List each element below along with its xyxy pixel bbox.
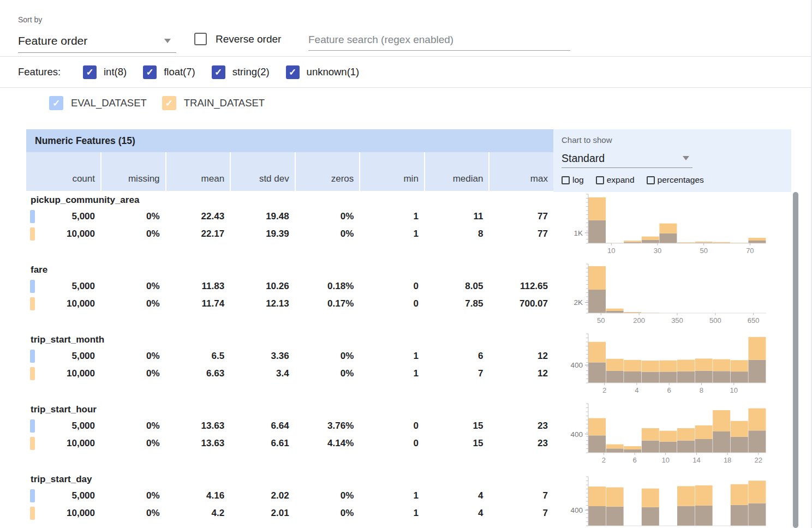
- stat-cell: 7: [488, 487, 553, 505]
- stat-cell: 5,000: [26, 347, 100, 365]
- column-header: count: [26, 152, 100, 191]
- feature-stats-row: 5,0000%11.8310.260.18%08.05112.65: [26, 278, 553, 295]
- feature-block: fare 5,0000%11.8310.260.18%08.05112.65 1…: [26, 262, 553, 313]
- feature-type-filter[interactable]: ✓ string(2): [212, 65, 270, 79]
- chart-option[interactable]: log: [562, 175, 584, 185]
- stat-cell: 3.4: [230, 365, 295, 382]
- stat-cell: 10,000: [26, 505, 100, 522]
- stat-cell: 11.74: [165, 295, 230, 313]
- chart-option[interactable]: expand: [596, 175, 635, 185]
- feature-type-label: string(2): [232, 66, 270, 78]
- dataset-marker: [30, 507, 35, 520]
- sort-by-dropdown[interactable]: Feature order: [18, 29, 176, 53]
- checkbox-checked-icon[interactable]: ✓: [212, 65, 225, 79]
- dataset-legend-item[interactable]: ✓ TRAIN_DATASET: [162, 96, 265, 110]
- feature-histogram: 103050701K: [558, 193, 776, 254]
- svg-text:650: 650: [748, 316, 760, 324]
- numeric-features-table: Numeric Features (15) count missing mean…: [26, 129, 553, 528]
- reverse-order-checkbox[interactable]: [194, 33, 207, 45]
- feature-stats-row: 5,0000%4.162.020%147: [26, 487, 553, 505]
- stat-cell: 112.65: [488, 278, 553, 295]
- stat-cell: 0%: [100, 295, 165, 313]
- stat-cell: 0%: [100, 278, 165, 295]
- stat-cell: 0: [359, 278, 424, 295]
- stat-cell: 0%: [295, 225, 360, 243]
- stat-cell: 5,000: [26, 278, 100, 295]
- svg-text:70: 70: [746, 247, 754, 254]
- table-title: Numeric Features (15): [26, 129, 553, 152]
- chevron-down-icon: [164, 39, 171, 43]
- stat-cell: 4.2: [165, 505, 230, 522]
- feature-list: pickup_community_area 5,0000%22.4319.480…: [26, 191, 553, 522]
- stat-cell: 700.07: [488, 295, 553, 313]
- feature-type-filter[interactable]: ✓ float(7): [143, 65, 195, 79]
- chart-option[interactable]: percentages: [647, 175, 704, 185]
- feature-stats-row: 10,0000%13.636.614.14%01523: [26, 435, 553, 452]
- svg-text:400: 400: [570, 506, 583, 514]
- stat-cell: 1: [359, 365, 424, 382]
- svg-text:6: 6: [632, 456, 636, 464]
- stat-cell: 0%: [100, 487, 165, 505]
- feature-histogram: 246810400: [558, 333, 776, 394]
- checkbox-checked-icon[interactable]: ✓: [286, 65, 300, 79]
- stat-cell: 10.26: [230, 278, 295, 295]
- feature-stats-row: 10,0000%11.7412.130.17%07.85700.07: [26, 295, 553, 313]
- svg-text:500: 500: [709, 316, 721, 324]
- feature-type-filter[interactable]: ✓ int(8): [83, 65, 127, 79]
- stat-cell: 12: [488, 365, 553, 382]
- column-header: zeros: [296, 152, 360, 191]
- column-header: min: [360, 152, 424, 191]
- svg-text:18: 18: [724, 456, 731, 464]
- sort-by-value: Feature order: [18, 34, 87, 47]
- stat-cell: 10,000: [26, 295, 100, 313]
- feature-histogram: 2610141822400: [558, 403, 776, 464]
- dataset-marker: [30, 210, 35, 223]
- chart-option-label: expand: [607, 175, 635, 185]
- feature-histogram: 502003505006502K: [558, 263, 776, 324]
- stat-cell: 3.76%: [295, 417, 360, 435]
- chart-toggles: log expand percentages: [562, 175, 704, 185]
- feature-stats-row: 10,0000%4.22.010%147: [26, 505, 553, 522]
- stat-cell: 8: [424, 225, 489, 243]
- feature-type-filters: ✓ int(8) ✓ float(7) ✓ string(2) ✓ unknow…: [83, 65, 359, 79]
- svg-text:6: 6: [667, 386, 671, 394]
- stat-cell: 0.18%: [295, 278, 360, 295]
- stat-cell: 23: [488, 417, 553, 435]
- feature-type-filter[interactable]: ✓ unknown(1): [286, 65, 360, 79]
- scrollbar-track[interactable]: [792, 192, 799, 528]
- chart-to-show-label: Chart to show: [562, 135, 612, 145]
- feature-type-label: unknown(1): [307, 66, 360, 78]
- dataset-marker: [30, 489, 35, 502]
- stat-cell: 13.63: [165, 435, 230, 452]
- stat-cell: 11.83: [165, 278, 230, 295]
- checkbox-unchecked-icon[interactable]: [562, 176, 570, 184]
- chart-type-value: Standard: [562, 152, 605, 165]
- dataset-legend-item[interactable]: ✓ EVAL_DATASET: [49, 96, 147, 110]
- stat-cell: 0%: [295, 487, 360, 505]
- stat-cell: 0%: [295, 505, 360, 522]
- svg-text:50: 50: [597, 316, 605, 324]
- svg-text:1K: 1K: [574, 229, 583, 237]
- reverse-order-label: Reverse order: [216, 33, 281, 45]
- dataset-checkbox[interactable]: ✓: [162, 96, 176, 110]
- stat-cell: 15: [424, 435, 489, 452]
- svg-text:10: 10: [730, 386, 737, 394]
- scrollbar-thumb[interactable]: [793, 192, 798, 528]
- checkbox-unchecked-icon[interactable]: [647, 176, 655, 184]
- stat-cell: 6.63: [165, 365, 230, 382]
- chart-type-dropdown[interactable]: Standard: [562, 149, 692, 168]
- stat-cell: 7: [424, 365, 489, 382]
- stat-cell: 0%: [100, 347, 165, 365]
- feature-block: trip_start_hour 5,0000%13.636.643.76%015…: [26, 402, 553, 452]
- dataset-marker: [30, 437, 35, 450]
- feature-search-input[interactable]: [308, 29, 570, 51]
- dataset-marker: [30, 227, 35, 241]
- checkbox-checked-icon[interactable]: ✓: [83, 65, 97, 79]
- checkbox-unchecked-icon[interactable]: [596, 176, 604, 184]
- stat-cell: 22.17: [165, 225, 230, 243]
- dataset-checkbox[interactable]: ✓: [49, 96, 63, 110]
- stat-cell: 11: [424, 208, 489, 225]
- stat-cell: 0: [359, 417, 424, 435]
- checkbox-checked-icon[interactable]: ✓: [143, 65, 157, 79]
- stat-cell: 13.63: [165, 417, 230, 435]
